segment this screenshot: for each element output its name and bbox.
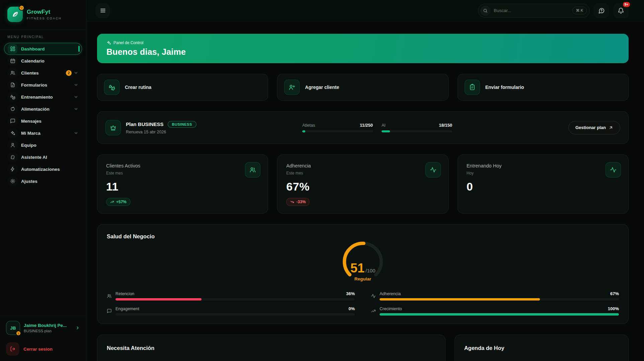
logout-icon xyxy=(6,342,19,356)
chat-icon xyxy=(8,116,17,126)
health-metrics: Retencion 36% Adherencia xyxy=(107,291,619,316)
trending-up-icon xyxy=(110,200,114,204)
users-icon xyxy=(107,293,112,298)
ai-bot-icon xyxy=(8,152,17,162)
business-health-card: Salud del Negocio 51/100 Regular xyxy=(97,224,629,324)
search-bar[interactable]: ⌘ K xyxy=(478,4,590,18)
gauge-max: /100 xyxy=(366,268,375,273)
health-gauge: 51/100 Regular xyxy=(338,240,388,284)
gear-icon xyxy=(8,176,17,186)
sidebar-item-ajustes[interactable]: Ajustes xyxy=(4,175,82,187)
file-text-icon xyxy=(8,80,17,90)
chevron-down-icon[interactable] xyxy=(74,95,78,99)
today-agenda-card: Agenda de Hoy xyxy=(455,335,629,361)
dumbbell-icon xyxy=(8,92,17,102)
arrow-up-right-icon xyxy=(609,125,613,130)
metric-crecimiento: Crecimiento 100% xyxy=(371,306,619,316)
sidebar-item-clientes[interactable]: Clientes 2 xyxy=(4,67,82,79)
search-shortcut: ⌘ K xyxy=(572,7,587,14)
retencion-progressbar xyxy=(115,298,355,300)
engagement-progressbar xyxy=(115,313,355,316)
usage-ai: AI 18/150 xyxy=(382,123,452,132)
sidebar-item-asistente-ai[interactable]: Asistente AI xyxy=(4,151,82,163)
logout-button[interactable]: Cerrar sesion xyxy=(6,342,80,356)
user-profile[interactable]: JB Jaime Boukhrij Pe... BUSINESS plan xyxy=(6,321,80,335)
activity-icon xyxy=(371,293,377,298)
notification-count-badge: 9+ xyxy=(622,1,631,8)
search-icon xyxy=(480,6,490,16)
send-form-button[interactable]: Enviar formulario xyxy=(458,74,629,101)
delta-badge-down: -33% xyxy=(286,198,310,206)
activity-icon xyxy=(606,162,621,177)
trending-up-icon xyxy=(371,309,377,314)
calendar-icon xyxy=(8,56,17,66)
bottom-row: Necesita Atención Agenda de Hoy xyxy=(97,335,629,361)
users-icon xyxy=(8,68,17,78)
add-client-button[interactable]: Agregar cliente xyxy=(277,74,448,101)
plan-renewal: Renueva 15 abr 2026 xyxy=(126,130,196,134)
banner-eyebrow: Panel de Control xyxy=(113,40,143,45)
chevron-right-icon xyxy=(75,326,80,330)
usage-atletas-progressbar xyxy=(302,130,373,132)
plan-card: Plan BUSINESS BUSINESS Renueva 15 abr 20… xyxy=(97,111,629,144)
hamburger-menu-button[interactable] xyxy=(95,3,110,18)
gauge-score: 51 xyxy=(350,261,365,275)
leaf-icon xyxy=(11,10,19,18)
chevron-down-icon[interactable] xyxy=(74,71,78,75)
zap-icon xyxy=(8,164,17,174)
plan-badge: BUSINESS xyxy=(168,121,196,128)
crown-icon xyxy=(105,120,121,135)
brand-name: GrowFyt xyxy=(27,9,62,15)
manage-plan-button[interactable]: Gestionar plan xyxy=(568,121,620,134)
sidebar-item-mi-marca[interactable]: Mi Marca xyxy=(4,127,82,139)
activity-icon xyxy=(425,162,441,177)
sidebar-item-alimentacion[interactable]: Alimentación xyxy=(4,103,82,115)
sidebar-item-entrenamiento[interactable]: Entrenamiento xyxy=(4,91,82,103)
create-routine-button[interactable]: Crear rutina xyxy=(97,74,268,101)
chat-icon xyxy=(107,309,112,314)
stat-card-clientes-activos: Clientes Activos Este mes 11 +57% xyxy=(97,154,268,214)
search-input[interactable] xyxy=(494,8,569,13)
avatar: JB xyxy=(6,321,20,335)
clipboard-icon xyxy=(465,80,480,95)
usage-ai-progressbar xyxy=(382,130,452,132)
crecimiento-progressbar xyxy=(380,313,619,316)
clientes-count-badge: 2 xyxy=(66,70,72,76)
layout-grid-icon xyxy=(8,44,17,54)
topbar: ⌘ K 9+ xyxy=(86,0,644,21)
user-plan: BUSINESS plan xyxy=(24,329,67,333)
banner-title: Buenos dias, Jaime xyxy=(106,47,619,57)
sidebar-item-formularios[interactable]: Formularios xyxy=(4,79,82,91)
delta-badge-up: +57% xyxy=(106,198,131,206)
stats-row: Clientes Activos Este mes 11 +57% Adhere… xyxy=(97,154,629,214)
menu-section-label: MENU PRINCIPAL xyxy=(4,35,82,43)
sidebar-item-equipo[interactable]: Equipo xyxy=(4,139,82,151)
brand: GrowFyt FITNESS COACH xyxy=(0,0,86,30)
sidebar-menu: MENU PRINCIPAL Dashboard Calendario Clie… xyxy=(0,30,86,316)
apple-icon xyxy=(8,104,17,114)
metric-adherencia: Adherencia 67% xyxy=(371,291,619,300)
chevron-down-icon[interactable] xyxy=(74,107,78,111)
sidebar-item-dashboard[interactable]: Dashboard xyxy=(4,43,82,55)
notifications-button[interactable]: 9+ xyxy=(613,3,629,18)
dumbbell-icon xyxy=(104,80,119,95)
stat-value: 11 xyxy=(106,180,259,193)
brand-logo-icon xyxy=(7,7,23,22)
plan-title: Plan BUSINESS xyxy=(126,121,164,127)
sidebar-item-automatizaciones[interactable]: Automatizaciones xyxy=(4,163,82,175)
stat-value: 0 xyxy=(467,180,620,193)
stat-card-adherencia: Adherencia Este mes 67% -33% xyxy=(277,154,448,214)
needs-attention-card: Necesita Atención xyxy=(97,335,446,361)
sidebar-item-mensajes[interactable]: Mensajes xyxy=(4,115,82,127)
chevron-down-icon[interactable] xyxy=(74,83,78,87)
app-root: GrowFyt FITNESS COACH MENU PRINCIPAL Das… xyxy=(0,0,644,361)
stat-value: 67% xyxy=(286,180,439,193)
help-button[interactable] xyxy=(594,3,609,18)
chevron-down-icon[interactable] xyxy=(74,131,78,135)
stat-card-entrenando-hoy: Entrenando Hoy Hoy 0 xyxy=(458,154,629,214)
sidebar-item-calendario[interactable]: Calendario xyxy=(4,55,82,67)
bell-icon xyxy=(618,7,624,14)
user-name: Jaime Boukhrij Pe... xyxy=(24,323,67,328)
avatar-emoji-badge xyxy=(16,331,21,336)
user-plus-icon xyxy=(284,80,300,95)
